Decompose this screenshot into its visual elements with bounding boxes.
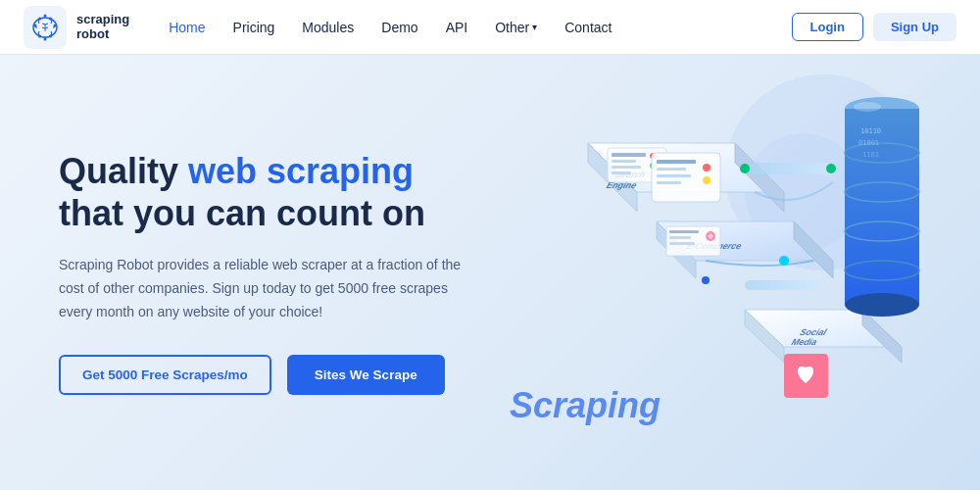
svg-rect-18 xyxy=(612,166,641,169)
svg-point-60 xyxy=(703,164,710,172)
svg-point-45 xyxy=(854,102,881,112)
svg-rect-28 xyxy=(669,230,699,233)
hero-illustration: Search Engine xyxy=(480,65,970,486)
nav-link-api[interactable]: API xyxy=(446,20,468,35)
svg-rect-58 xyxy=(657,174,691,177)
nav-link-home[interactable]: Home xyxy=(169,20,205,35)
nav-link-other-wrap[interactable]: Other ▾ xyxy=(495,20,537,35)
svg-rect-57 xyxy=(657,168,686,171)
svg-rect-59 xyxy=(657,181,681,184)
nav-link-demo[interactable]: Demo xyxy=(381,20,417,35)
svg-point-9 xyxy=(49,34,52,37)
svg-rect-16 xyxy=(612,153,646,157)
nav-link-other[interactable]: Other xyxy=(495,20,529,35)
nav-link-pricing[interactable]: Pricing xyxy=(233,20,275,35)
svg-point-61 xyxy=(703,176,710,184)
svg-text:01001: 01001 xyxy=(858,139,879,147)
hero-title: Quality web scraping that you can count … xyxy=(59,150,470,234)
logo-icon xyxy=(24,6,67,49)
get-free-scrapes-button[interactable]: Get 5000 Free Scrapes/mo xyxy=(59,355,271,395)
svg-text:Media: Media xyxy=(790,337,818,347)
svg-rect-39 xyxy=(845,109,919,305)
svg-point-52 xyxy=(826,164,836,173)
svg-rect-50 xyxy=(745,280,823,290)
hero-description: Scraping Robot provides a reliable web s… xyxy=(59,254,470,323)
signup-button[interactable]: Sign Up xyxy=(873,13,956,41)
sites-we-scrape-button[interactable]: Sites We Scrape xyxy=(287,355,445,395)
svg-rect-29 xyxy=(669,236,691,239)
svg-point-5 xyxy=(54,24,57,26)
nav-links: Home Pricing Modules Demo API Other ▾ Co… xyxy=(169,20,791,35)
chevron-down-icon: ▾ xyxy=(532,22,537,32)
nav-link-modules[interactable]: Modules xyxy=(302,20,354,35)
svg-point-7 xyxy=(49,17,52,20)
svg-point-3 xyxy=(44,37,47,40)
svg-text:10110: 10110 xyxy=(860,127,881,135)
navbar: scraping robot Home Pricing Modules Demo… xyxy=(0,0,980,55)
hero-title-plain: Quality xyxy=(59,151,188,191)
hero-section: Quality web scraping that you can count … xyxy=(0,55,980,490)
svg-point-2 xyxy=(44,14,47,17)
svg-rect-17 xyxy=(612,160,636,163)
svg-point-4 xyxy=(34,24,37,26)
svg-point-51 xyxy=(740,164,750,173)
nav-link-contact[interactable]: Contact xyxy=(564,20,612,35)
svg-point-8 xyxy=(38,34,41,37)
hero-content: Quality web scraping that you can count … xyxy=(59,150,470,396)
svg-text:Social: Social xyxy=(799,327,828,337)
hero-title-highlight: web scraping xyxy=(188,151,414,191)
svg-rect-56 xyxy=(657,160,696,164)
nav-actions: Login Sign Up xyxy=(792,13,957,41)
svg-point-40 xyxy=(845,293,919,317)
iso-svg: Search Engine xyxy=(480,65,970,486)
svg-point-6 xyxy=(38,17,41,20)
logo[interactable]: scraping robot xyxy=(24,6,129,49)
svg-rect-30 xyxy=(669,242,695,245)
logo-text: scraping robot xyxy=(76,13,129,41)
svg-point-54 xyxy=(702,276,710,284)
svg-text:1101: 1101 xyxy=(862,151,879,159)
hero-title-rest: that you can count on xyxy=(59,193,425,233)
svg-rect-49 xyxy=(745,163,833,174)
svg-text:Scraping: Scraping xyxy=(510,385,661,425)
svg-rect-19 xyxy=(612,172,631,174)
login-button[interactable]: Login xyxy=(792,13,863,41)
hero-buttons: Get 5000 Free Scrapes/mo Sites We Scrape xyxy=(59,355,470,395)
svg-point-53 xyxy=(779,256,789,266)
